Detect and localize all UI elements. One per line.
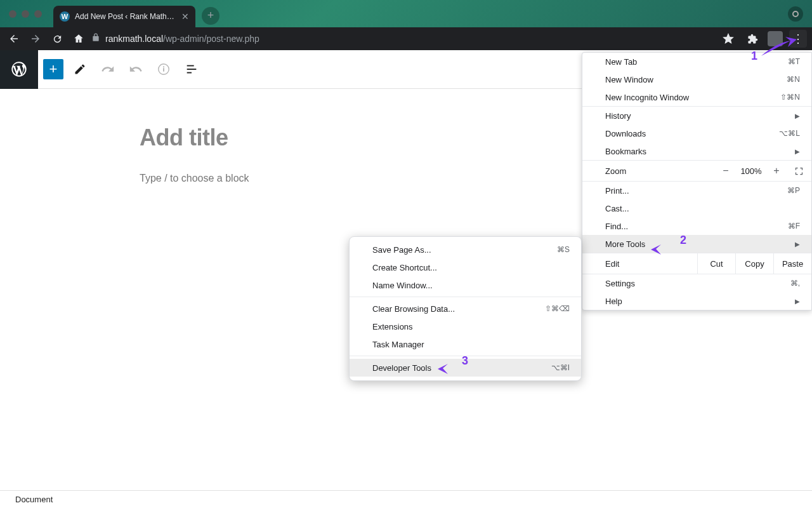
chevron-right-icon: ▶ bbox=[795, 112, 800, 119]
submenu-name-window[interactable]: Name Window... bbox=[350, 276, 581, 294]
chevron-right-icon: ▶ bbox=[795, 148, 800, 155]
fullscreen-icon[interactable] bbox=[786, 166, 811, 176]
zoom-out-button[interactable]: − bbox=[716, 165, 735, 177]
url-domain: rankmath.local bbox=[105, 34, 163, 44]
add-block-button[interactable]: + bbox=[43, 59, 63, 79]
menu-zoom: Zoom − 100% + bbox=[582, 161, 811, 181]
submenu-extensions[interactable]: Extensions bbox=[350, 318, 581, 335]
home-button[interactable] bbox=[70, 30, 88, 48]
menu-edit-row: Edit Cut Copy Paste bbox=[582, 253, 811, 274]
profile-button[interactable] bbox=[788, 6, 803, 22]
lock-icon bbox=[91, 33, 100, 44]
menu-cast[interactable]: Cast... bbox=[582, 199, 811, 217]
wordpress-favicon: W bbox=[60, 11, 70, 22]
menu-bookmarks[interactable]: Bookmarks▶ bbox=[582, 142, 811, 160]
details-icon[interactable] bbox=[152, 58, 175, 81]
close-window-button[interactable] bbox=[9, 10, 16, 18]
submenu-clear-browsing[interactable]: Clear Browsing Data...⇧⌘⌫ bbox=[350, 300, 581, 318]
svg-rect-4 bbox=[187, 69, 197, 70]
chrome-main-menu: New Tab⌘T New Window⌘N New Incognito Win… bbox=[582, 52, 812, 311]
new-tab-button[interactable]: + bbox=[202, 7, 219, 25]
zoom-in-button[interactable]: + bbox=[767, 165, 786, 177]
wordpress-logo[interactable] bbox=[0, 50, 38, 89]
undo-button[interactable] bbox=[96, 58, 119, 81]
browser-tab[interactable]: W Add New Post ‹ Rank Math — W ✕ bbox=[53, 6, 195, 27]
menu-new-window[interactable]: New Window⌘N bbox=[582, 70, 811, 88]
minimize-window-button[interactable] bbox=[22, 10, 29, 18]
chrome-toolbar: rankmath.local/wp-admin/post-new.php ⋮ bbox=[0, 27, 812, 50]
menu-settings[interactable]: Settings⌘, bbox=[582, 274, 811, 292]
submenu-developer-tools[interactable]: Developer Tools⌥⌘I bbox=[350, 359, 581, 377]
zoom-window-button[interactable] bbox=[34, 10, 42, 18]
edit-mode-icon[interactable] bbox=[69, 58, 91, 81]
account-icon[interactable] bbox=[768, 31, 783, 46]
svg-rect-2 bbox=[163, 66, 164, 67]
close-tab-icon[interactable]: ✕ bbox=[181, 11, 189, 22]
menu-find[interactable]: Find...⌘F bbox=[582, 217, 811, 235]
menu-downloads[interactable]: Downloads⌥⌘L bbox=[582, 124, 811, 142]
menu-copy[interactable]: Copy bbox=[735, 253, 773, 274]
editor-statusbar: Document bbox=[0, 490, 812, 508]
menu-print[interactable]: Print...⌘P bbox=[582, 182, 811, 199]
submenu-task-manager[interactable]: Task Manager bbox=[350, 335, 581, 353]
breadcrumb-document[interactable]: Document bbox=[15, 495, 53, 504]
menu-new-incognito[interactable]: New Incognito Window⇧⌘N bbox=[582, 88, 811, 106]
menu-new-tab[interactable]: New Tab⌘T bbox=[582, 53, 811, 70]
svg-rect-5 bbox=[187, 72, 192, 74]
chevron-right-icon: ▶ bbox=[795, 241, 800, 248]
menu-help[interactable]: Help▶ bbox=[582, 292, 811, 310]
chevron-right-icon: ▶ bbox=[795, 298, 800, 305]
traffic-lights bbox=[9, 10, 42, 18]
menu-history[interactable]: History▶ bbox=[582, 107, 811, 124]
macos-titlebar: W Add New Post ‹ Rank Math — W ✕ + bbox=[0, 0, 812, 27]
reload-button[interactable] bbox=[48, 30, 66, 48]
svg-rect-3 bbox=[187, 65, 194, 67]
forward-button[interactable] bbox=[27, 30, 44, 48]
more-tools-submenu: Save Page As...⌘S Create Shortcut... Nam… bbox=[349, 236, 582, 381]
extensions-icon[interactable] bbox=[743, 30, 761, 48]
address-bar[interactable]: rankmath.local/wp-admin/post-new.php bbox=[91, 30, 716, 48]
outline-icon[interactable] bbox=[180, 58, 203, 81]
submenu-create-shortcut[interactable]: Create Shortcut... bbox=[350, 258, 581, 276]
chrome-menu-button[interactable]: ⋮ bbox=[789, 30, 807, 48]
zoom-value: 100% bbox=[735, 166, 767, 176]
url-path: /wp-admin/post-new.php bbox=[163, 34, 259, 44]
redo-button[interactable] bbox=[124, 58, 147, 81]
back-button[interactable] bbox=[5, 30, 23, 48]
menu-paste[interactable]: Paste bbox=[773, 253, 811, 274]
submenu-save-page[interactable]: Save Page As...⌘S bbox=[350, 241, 581, 258]
menu-cut[interactable]: Cut bbox=[697, 253, 735, 274]
menu-more-tools[interactable]: More Tools▶ bbox=[582, 235, 811, 253]
svg-rect-1 bbox=[163, 68, 164, 72]
tab-title: Add New Post ‹ Rank Math — W bbox=[75, 12, 176, 21]
bookmark-star-icon[interactable] bbox=[719, 30, 737, 48]
